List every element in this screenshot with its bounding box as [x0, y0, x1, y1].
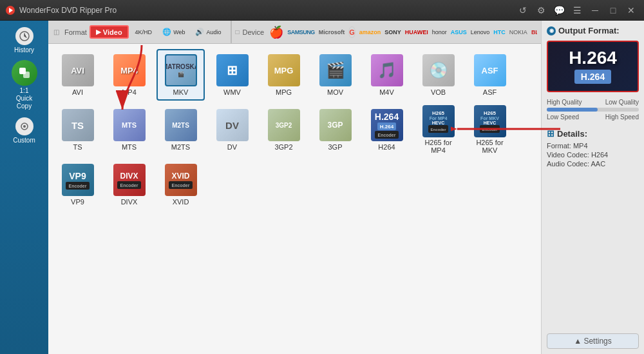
huawei-logo[interactable]: HUAWEI [405, 29, 428, 35]
vob-icon: 💿 [422, 54, 455, 86]
3gp2-icon-wrapper: 3GP2 [267, 108, 301, 142]
details-section: ⊞ Details: Format: MP4 Video Codec: H264… [547, 128, 639, 169]
divx-label: DIVX [121, 198, 138, 206]
asf-label: ASF [483, 88, 497, 96]
wmv-icon-wrapper: ⊞ [216, 54, 249, 87]
htc-logo[interactable]: HTC [493, 29, 506, 35]
web-format-tab[interactable]: 🌐 Web [158, 26, 189, 37]
settings-section: ▲ Settings [547, 328, 639, 349]
mkv-icon-wrapper: MATROSKA 🎬 [164, 54, 198, 87]
format-item-h265mkv[interactable]: H265 For MKV HEVC Encoder H265 for MKV [466, 104, 514, 155]
ts-icon-wrapper: TS [61, 108, 95, 142]
format-item-divx[interactable]: DIVX Encoder DIVX [105, 159, 153, 210]
xvid-icon-wrapper: XVID Encoder [164, 163, 198, 197]
m4v-icon: 🎵 [371, 54, 403, 86]
format-item-mkv[interactable]: MATROSKA 🎬 MKV [156, 49, 205, 101]
high-speed-label: High Speed [605, 113, 639, 121]
high-quality-label: High Quality [547, 99, 582, 106]
maximize-btn[interactable]: □ [605, 4, 621, 17]
low-quality-label: Low Quality [605, 99, 639, 106]
vob-label: VOB [431, 88, 446, 96]
sidebar-item-history[interactable]: History [3, 24, 45, 56]
format-preview-subtitle: H.264 [574, 70, 611, 84]
close-btn[interactable]: ✕ [623, 4, 639, 17]
blu-logo[interactable]: BLU [531, 29, 537, 35]
format-item-mov[interactable]: 🎬 MOV [311, 49, 359, 101]
h265mkv-label: H265 for MKV [468, 139, 511, 154]
window-controls: ↺ ⚙ 💬 ☰ ─ □ ✕ [515, 4, 639, 17]
asf-icon-wrapper: ASF [473, 54, 507, 87]
format-item-3gp2[interactable]: 3GP2 3GP2 [260, 104, 308, 155]
main-container: History 1:1 Quick Copy [0, 21, 644, 354]
format-preview-box: H.264 H.264 [547, 41, 639, 92]
vp9-icon-wrapper: VP9 Encoder [61, 163, 95, 197]
audio-format-tab[interactable]: 🔊 Audio [191, 26, 225, 37]
format-item-ts[interactable]: TS TS [53, 104, 102, 155]
left-sidebar: History 1:1 Quick Copy [0, 21, 48, 354]
sidebar-item-custom[interactable]: Custom [3, 114, 45, 146]
mts-icon: MTS [113, 109, 146, 141]
vp9-icon: VP9 Encoder [62, 164, 94, 196]
refresh-btn[interactable]: ↺ [515, 4, 531, 17]
format-section-icon: ◫ [53, 28, 59, 35]
amazon-logo[interactable]: amazon [359, 29, 381, 35]
asus-logo[interactable]: ASUS [451, 29, 467, 35]
minimize-btn[interactable]: ─ [587, 4, 603, 17]
settings-expand-btn[interactable]: ▲ Settings [547, 333, 639, 349]
format-tab-label: Format [64, 28, 87, 36]
svg-rect-4 [23, 72, 30, 78]
microsoft-logo[interactable]: Microsoft [319, 29, 345, 35]
format-item-vp9[interactable]: VP9 Encoder VP9 [53, 159, 102, 210]
quality-section: High Quality Low Quality Low Speed High … [547, 99, 639, 121]
wmv-label: WMV [223, 88, 241, 96]
vob-icon-wrapper: 💿 [422, 54, 455, 87]
sony-logo[interactable]: SONY [384, 29, 401, 35]
samsung-logo[interactable]: SAMSUNG [287, 29, 315, 35]
format-item-mpg[interactable]: MPG MPG [260, 49, 308, 101]
format-item-xvid[interactable]: XVID Encoder XVID [156, 159, 205, 210]
ts-icon: TS [62, 109, 94, 141]
format-item-dv[interactable]: DV DV [208, 104, 256, 155]
hd-format-tab[interactable]: 4K/HD [131, 28, 156, 37]
format-item-wmv[interactable]: ⊞ WMV [208, 49, 256, 101]
honor-logo[interactable]: honor [432, 29, 447, 35]
apple-logo[interactable]: 🍎 [269, 25, 283, 39]
video-codec-detail: Video Codec: H264 [547, 151, 639, 159]
format-item-m4v[interactable]: 🎵 M4V [363, 49, 411, 101]
mts-icon-wrapper: MTS [113, 108, 146, 142]
format-item-h265mp4[interactable]: H265 For MP4 HEVC Encoder H265 for MP4 [414, 104, 462, 155]
lenovo-logo[interactable]: Lenovo [471, 29, 490, 35]
google-logo[interactable]: G [348, 26, 355, 38]
settings-btn-title[interactable]: ⚙ [533, 4, 549, 17]
avi-label: AVI [72, 88, 83, 96]
svg-point-6 [23, 125, 26, 128]
app-title: WonderFox DVD Ripper Pro [19, 6, 515, 15]
copy-icon [12, 60, 37, 86]
quality-slider-track[interactable] [547, 108, 639, 112]
video-format-tab[interactable]: ▶ Video [90, 25, 129, 39]
m4v-icon-wrapper: 🎵 [370, 54, 404, 87]
mov-icon: 🎬 [319, 54, 352, 86]
m2ts-label: M2TS [171, 143, 190, 151]
format-item-avi[interactable]: AVI AVI [53, 49, 102, 101]
format-grid: AVI AVI MP4 MP4 [53, 49, 536, 210]
h265mkv-icon: H265 For MKV HEVC Encoder [474, 105, 506, 137]
format-item-asf[interactable]: ASF ASF [466, 49, 514, 101]
asf-icon: ASF [474, 54, 506, 86]
3gp2-label: 3GP2 [274, 143, 292, 151]
m2ts-icon-wrapper: M2TS [164, 108, 198, 142]
menu-btn[interactable]: ☰ [569, 4, 585, 17]
wmv-icon: ⊞ [216, 54, 249, 86]
format-item-vob[interactable]: 💿 VOB [414, 49, 462, 101]
format-item-h264[interactable]: H.264 H.264 Encoder H264 [363, 104, 411, 155]
format-item-m2ts[interactable]: M2TS M2TS [156, 104, 205, 155]
3gp-icon: 3GP [319, 109, 352, 141]
format-item-3gp[interactable]: 3GP 3GP [311, 104, 359, 155]
format-item-mts[interactable]: MTS MTS [105, 104, 153, 155]
chat-btn[interactable]: 💬 [551, 4, 567, 17]
nokia-logo[interactable]: NOKIA [509, 29, 527, 35]
divx-icon-wrapper: DIVX Encoder [113, 163, 146, 197]
format-item-mp4[interactable]: MP4 MP4 [105, 49, 153, 101]
sidebar-item-copy[interactable]: 1:1 Quick Copy [3, 57, 45, 113]
h264-icon-wrapper: H.264 H.264 Encoder [370, 108, 404, 142]
